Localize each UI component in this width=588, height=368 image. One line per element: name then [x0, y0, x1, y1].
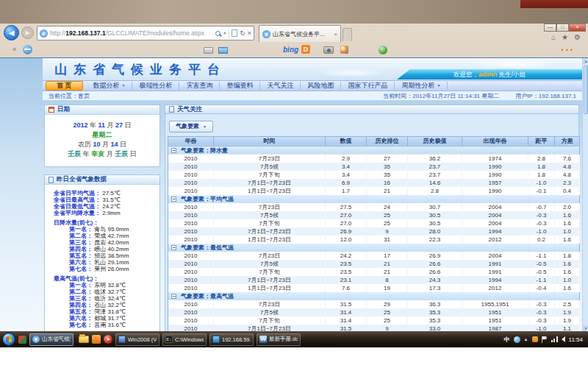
table-cell: 19: [367, 284, 408, 292]
column-header: 出现年份: [462, 136, 528, 146]
tab-title: 山东省气候业务平...: [273, 30, 331, 38]
table-cell: 2010: [168, 316, 214, 325]
stop-icon[interactable]: ×: [248, 29, 251, 37]
sparkle-icon[interactable]: [340, 46, 348, 54]
minimize-button[interactable]: —: [544, 24, 556, 32]
compatibility-view-icon[interactable]: [232, 29, 237, 37]
card-reader-icon[interactable]: [204, 47, 213, 54]
clock[interactable]: 11:54: [569, 336, 583, 343]
forward-button[interactable]: ▶: [21, 26, 34, 39]
nav-item[interactable]: 数据分析▼: [87, 82, 133, 90]
start-button[interactable]: [2, 333, 15, 346]
chevron-down-icon[interactable]: ▼: [223, 31, 226, 35]
nav-item[interactable]: 灾害查询: [179, 82, 220, 90]
table-cell: 26.9: [326, 227, 367, 236]
tray-orange-icon[interactable]: [532, 336, 538, 342]
refresh-icon[interactable]: ↻: [240, 29, 245, 37]
table-cell: 2.8: [408, 187, 462, 195]
table-cell: 27: [367, 155, 408, 163]
chevron-down-icon: ▼: [437, 82, 440, 90]
table-cell: 2010: [168, 284, 214, 292]
nav-item[interactable]: 极端性分析: [132, 82, 179, 90]
taskbar-window-button[interactable]: e山东省气候业务平...: [29, 333, 74, 346]
camera-icon[interactable]: [323, 46, 334, 54]
group-title-cell: −气象要素：最低气温: [168, 244, 580, 252]
folder-icon[interactable]: [79, 336, 89, 343]
table-cell: 31.4: [326, 308, 367, 316]
scroll-down-icon[interactable]: ▼: [583, 325, 588, 331]
taskbar-window-button[interactable]: Win2008 (VS2...: [115, 333, 159, 346]
back-button[interactable]: ◀: [4, 25, 19, 40]
table-cell: 33.0: [408, 325, 462, 332]
blocked-content-icon[interactable]: [23, 45, 32, 54]
scrollbar-thumb[interactable]: [584, 66, 588, 114]
current-time: 当前时间：2012年11月27日 11:14:31 星期二: [383, 92, 499, 100]
volume-icon[interactable]: [562, 336, 565, 342]
collapse-icon[interactable]: −: [171, 197, 176, 202]
collapse-icon[interactable]: −: [171, 148, 176, 153]
page-scrollbar[interactable]: ▲ ▼: [582, 58, 588, 331]
tools-gear-icon[interactable]: ⚙: [574, 33, 581, 41]
collapse-icon[interactable]: −: [171, 294, 176, 299]
scroll-up-icon[interactable]: ▲: [583, 58, 588, 64]
table-cell: 2010: [168, 155, 214, 163]
maximize-button[interactable]: □: [556, 24, 569, 32]
close-button[interactable]: ×: [569, 24, 586, 32]
media-app-icon[interactable]: [92, 335, 101, 344]
weather-rank-line: 第二名： 临沭 32.7℃: [47, 289, 157, 295]
mail-icon[interactable]: [218, 47, 228, 54]
table-cell: 2010: [168, 163, 214, 171]
table-cell: 7月23日: [214, 252, 326, 260]
rank-value: 昆嵛 42.0mm: [93, 239, 129, 246]
network-icon[interactable]: [551, 336, 558, 342]
table-cell: 3.4: [326, 171, 367, 179]
new-tab-button[interactable]: [343, 28, 352, 41]
overflow-dots-icon[interactable]: •••: [562, 46, 575, 54]
document-icon: [49, 177, 54, 183]
command-bar-close-icon[interactable]: ×: [12, 46, 16, 53]
url-text[interactable]: http://192.168.137.1/GLCCLIMATE/modules/…: [50, 29, 213, 37]
taskbar-window-button[interactable]: 192.168.59.99...: [209, 333, 254, 346]
player-app-icon[interactable]: [104, 335, 112, 344]
nav-item[interactable]: 天气关注: [260, 82, 301, 90]
action-center-flag-icon[interactable]: [542, 336, 548, 343]
table-cell: -1.0: [528, 325, 555, 332]
bing-logo[interactable]: bing D: [283, 45, 310, 54]
pinned-app-icon[interactable]: [18, 336, 26, 344]
table-row: 20107月1日~7月23日23.1824.31994-1.11.0: [168, 276, 580, 284]
table-cell: 4.8: [555, 171, 580, 179]
page-body: 日期 2012 年 11 月 27 日星期二农历 10 月 14 日壬辰 年 辛…: [43, 101, 582, 331]
favorites-star-icon[interactable]: ★: [562, 33, 568, 41]
globe-icon[interactable]: [379, 46, 387, 54]
nav-item[interactable]: 整编资料: [220, 82, 260, 90]
nav-item[interactable]: 首 页: [46, 81, 83, 91]
calendar-text: 14: [111, 141, 118, 148]
table-cell: 1.1: [555, 325, 580, 332]
taskbar-window-button[interactable]: C:C:\Windows\s...: [162, 333, 207, 346]
home-icon[interactable]: ⌂: [551, 33, 556, 41]
table-cell: 2.8: [528, 155, 555, 163]
element-filter-button[interactable]: 气象要素 ▼: [169, 121, 213, 132]
table-row: 20107月1日~7月23日31.5933.01987-1.01.1: [168, 325, 580, 332]
calendar-text: 年: [81, 150, 91, 158]
taskbar-window-button[interactable]: W最新手册.docx ...: [257, 333, 301, 346]
collapse-icon[interactable]: −: [171, 245, 176, 250]
site-favicon: e: [40, 29, 48, 38]
rank-value: 青岛 95.0mm: [93, 226, 129, 233]
table-cell: -0.5: [528, 260, 555, 268]
browser-tab[interactable]: e 山东省气候业务平... ×: [259, 25, 341, 42]
ime-indicator[interactable]: 中: [504, 336, 510, 344]
search-icon[interactable]: [215, 31, 220, 36]
rank-value: 莒南 31.6℃: [93, 322, 126, 328]
table-row: 20107月下旬31.42535.31951-0.31.9: [168, 316, 580, 325]
nav-item[interactable]: 风险地图: [301, 82, 341, 90]
address-bar[interactable]: e http://192.168.137.1/GLCCLIMATE/module…: [37, 26, 254, 40]
hidden-icons-arrow[interactable]: ▲: [524, 337, 528, 342]
table-cell: 1955,1951: [462, 300, 528, 308]
tab-close-icon[interactable]: ×: [334, 31, 337, 38]
nav-item[interactable]: 国家下行产品: [341, 82, 395, 90]
main-panel-header: 天气关注: [165, 105, 579, 114]
taskbar-window-label: Win2008 (VS2...: [128, 336, 157, 343]
nav-item[interactable]: 周期性分析▼: [395, 82, 448, 90]
tray-app-icon[interactable]: [514, 336, 520, 343]
